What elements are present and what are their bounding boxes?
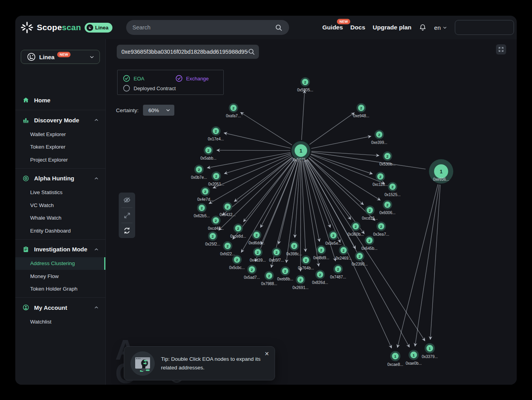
sidebar-section-investigation-mode[interactable]: Investigation Mode <box>15 242 105 257</box>
graph-node[interactable]: 20x2691... <box>292 275 308 290</box>
graph-node[interactable]: 20x6006... <box>379 200 395 215</box>
sidebar-item-token-holder-graph[interactable]: Token Holder Graph <box>15 283 105 296</box>
graph-edge <box>302 161 319 267</box>
wallet-button[interactable] <box>455 20 514 35</box>
sidebar-item-entity-dashboard[interactable]: Entity Dashboard <box>15 224 105 237</box>
sidebar-item-money-flow[interactable]: Money Flow <box>15 270 105 283</box>
graph-node-label: 0xe948... <box>353 114 369 118</box>
graph-node[interactable]: 20x530b... <box>379 151 395 166</box>
graph-node[interactable]: 20xc116... <box>373 172 388 187</box>
circle-check-icon <box>123 75 130 82</box>
nav-upgrade-plan[interactable]: Upgrade plan <box>373 24 411 31</box>
graph-node[interactable]: 20x2469... <box>335 245 351 260</box>
graph-node-value: 2 <box>204 189 206 194</box>
graph-node[interactable]: 20xfd22... <box>220 241 235 256</box>
graph-node[interactable]: 20x62b5... <box>194 203 210 218</box>
sidebar-item-wallet-explorer[interactable]: Wallet Explorer <box>15 128 105 141</box>
graph-node-label: 0x17e4... <box>208 137 224 141</box>
graph-node[interactable]: 20xce8d... <box>230 224 246 238</box>
search-placeholder: Search <box>132 24 275 31</box>
graph-node-label: 0xcd48... <box>208 226 224 231</box>
graph-node[interactable]: 20x2051... <box>208 171 224 186</box>
graph-node[interactable]: 20xb5f7... <box>269 247 284 262</box>
sidebar-item-live-statistics[interactable]: Live Statistics <box>15 186 105 199</box>
sidebar-item-whale-watch[interactable]: Whale Watch <box>15 212 105 225</box>
graph-node-label: 0x5abb... <box>200 156 216 160</box>
nav-guides[interactable]: Guides NEW <box>322 24 343 31</box>
graph-node[interactable]: 20x6432... <box>219 202 235 217</box>
top-bar: Scopescan Linea Search Guides N <box>15 16 517 39</box>
graph-node-value: 2 <box>358 254 360 258</box>
graph-node[interactable]: 10xe936... <box>429 159 453 184</box>
graph-node[interactable]: 20xd6dd... <box>248 230 264 245</box>
graph-node[interactable]: 20x3ea7... <box>373 222 389 236</box>
bell-icon[interactable] <box>419 24 427 31</box>
language-selector[interactable]: en <box>434 24 447 31</box>
sidebar-item-project-explorer[interactable]: Project Explorer <box>15 153 105 166</box>
expand-graph-button[interactable] <box>119 208 135 223</box>
graph-node[interactable]: 20x360b... <box>347 222 364 236</box>
chevron-up-icon <box>94 247 99 252</box>
refresh-button[interactable] <box>119 223 135 238</box>
graph-node[interactable]: 20x4d39... <box>250 247 266 262</box>
graph-node[interactable]: 20x5cbc... <box>229 255 245 270</box>
graph-node[interactable]: 20x645b... <box>361 236 377 251</box>
legend-eoa[interactable]: EOA <box>123 75 176 82</box>
graph-node[interactable]: 20x5805... <box>297 77 313 92</box>
graph-node-value: 2 <box>380 224 382 229</box>
graph-node[interactable]: 20x25f2... <box>205 231 220 246</box>
graph-node[interactable]: 20x4e7d... <box>197 187 213 202</box>
legend-deployed-contract[interactable]: Deployed Contract <box>123 85 176 92</box>
chain-selector[interactable]: Linea NEW <box>21 50 100 64</box>
legend-exchange[interactable]: Exchange <box>176 75 209 82</box>
sidebar-item-watchlist[interactable]: Watchlist <box>15 315 105 328</box>
graph-node[interactable]: 10x3379... <box>422 343 438 359</box>
graph-node-label: 0x6006... <box>379 211 395 215</box>
brand-logo[interactable]: Scopescan Linea <box>21 16 112 39</box>
graph-canvas[interactable]: A C 10x5075...10xe936...20x5805...20xafa… <box>106 39 517 385</box>
certainty-label: Certainty: <box>116 107 139 113</box>
graph-node[interactable]: 20x5abb... <box>200 145 216 160</box>
graph-node[interactable]: 20x3e5e... <box>325 231 341 245</box>
graph-node[interactable]: 20xe948... <box>353 103 369 118</box>
graph-node[interactable]: 20xeb8b... <box>277 266 293 281</box>
graph-node-value: 2 <box>332 233 334 238</box>
graph-node[interactable]: 20x17e4... <box>208 126 224 141</box>
sidebar-item-token-explorer[interactable]: Token Explorer <box>15 141 105 154</box>
sidebar-item-address-clustering[interactable]: Address Clustering <box>15 257 105 270</box>
graph-node[interactable]: 20x7988... <box>261 271 277 286</box>
graph-node[interactable]: 10xcae8... <box>387 351 404 367</box>
graph-node[interactable]: 20x5ad7... <box>244 265 260 280</box>
graph-node[interactable]: 10x5075... <box>291 141 310 162</box>
sidebar-section-alpha-hunting[interactable]: Alpha Hunting <box>15 171 105 186</box>
graph-node-label: 0xcae8... <box>387 362 404 367</box>
graph-node-label: 0x3379... <box>422 355 438 359</box>
sidebar-item-home[interactable]: Home <box>15 92 105 108</box>
search-icon[interactable] <box>248 48 255 56</box>
graph-node[interactable]: 20x0b7e... <box>191 165 207 180</box>
nav-docs[interactable]: Docs <box>350 24 365 31</box>
graph-node[interactable]: 20xe399... <box>371 130 387 145</box>
chain-name: Linea <box>39 54 54 60</box>
hide-labels-button[interactable] <box>119 193 135 207</box>
graph-node[interactable]: 10xae0b... <box>405 350 422 365</box>
graph-node[interactable]: 20xcd15... <box>362 205 378 220</box>
eye-off-icon <box>123 196 131 204</box>
close-icon[interactable]: ✕ <box>264 351 269 357</box>
sidebar-section-my-account[interactable]: My Account <box>15 300 105 315</box>
search-icon[interactable] <box>275 24 283 32</box>
graph-node[interactable]: 20x826d... <box>312 270 328 285</box>
graph-node[interactable]: 20xafa7... <box>226 103 241 118</box>
certainty-select[interactable]: 60% <box>143 105 174 116</box>
global-search-input[interactable]: Search <box>126 20 289 35</box>
graph-node[interactable]: 20xcd48... <box>208 216 224 231</box>
tip-toast: Tip: Double Click EOA nodes to expand it… <box>124 346 275 380</box>
graph-node-label: 0x3e5e... <box>325 241 341 245</box>
graph-edge <box>243 159 294 222</box>
address-search-input[interactable]: 0xe93685f3bba03016f02bd1828badd6195988d9… <box>117 45 259 59</box>
sidebar-section-discovery-mode[interactable]: Discovery Mode <box>15 112 105 128</box>
fullscreen-button[interactable] <box>496 44 506 55</box>
sidebar-item-vc-watch[interactable]: VC Watch <box>15 199 105 212</box>
graph-node[interactable]: 20x2390... <box>351 251 367 266</box>
graph-node[interactable]: 20x7487... <box>330 264 346 279</box>
